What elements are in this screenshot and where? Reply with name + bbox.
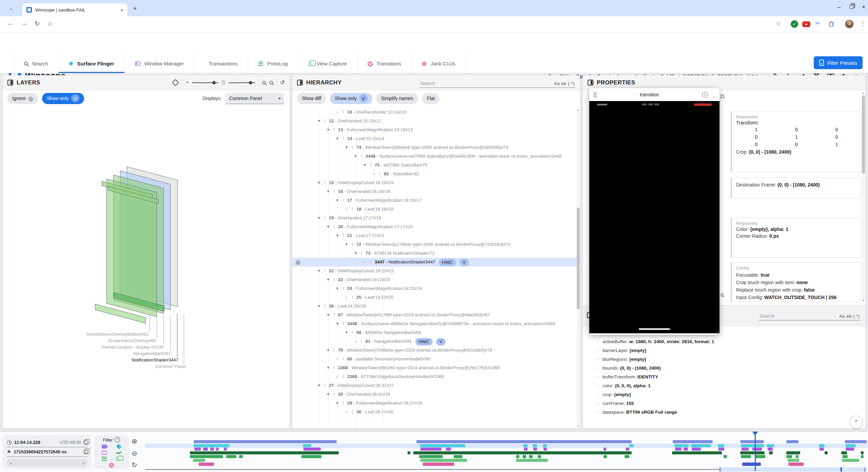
zoom-in-icon[interactable] bbox=[262, 81, 265, 84]
copy-icon[interactable] bbox=[84, 450, 87, 454]
next-frame-button[interactable]: › bbox=[83, 460, 84, 466]
tree-node[interactable]: ▼⊺15 - HideDisplayCutout:16:16#15 bbox=[292, 178, 577, 187]
pin-icon[interactable]: ⊺ bbox=[350, 205, 355, 214]
scissors-extension-icon[interactable]: ✂ bbox=[815, 20, 820, 27]
back-button[interactable]: ← bbox=[7, 20, 14, 27]
timeline-segment-protolog[interactable] bbox=[741, 455, 751, 458]
transactions-trace-icon[interactable] bbox=[116, 451, 121, 455]
timeline-segment-wm-trace[interactable] bbox=[673, 440, 712, 443]
expand-arrow-icon[interactable]: ▼ bbox=[316, 381, 322, 390]
spacing-slider[interactable] bbox=[229, 82, 255, 83]
3d-view-icon[interactable] bbox=[172, 79, 179, 86]
tree-node[interactable]: ▼⊺22 - HideDisplayCutout:18:23#22 bbox=[292, 267, 577, 275]
timeline-segment-transitions[interactable] bbox=[423, 463, 455, 466]
resize-handle[interactable] bbox=[715, 330, 719, 334]
pin-icon[interactable]: ⊺ bbox=[331, 390, 337, 399]
pin-icon[interactable]: ⊺ bbox=[368, 258, 373, 267]
tree-node[interactable]: ▼⊺3449 - Surface(name=885b63e Navigation… bbox=[292, 319, 577, 328]
extension-red-icon[interactable]: ▸▸ bbox=[802, 21, 810, 27]
timeline-segment-protolog[interactable] bbox=[843, 455, 848, 458]
window-minimize-button[interactable]: – bbox=[835, 4, 844, 10]
timeline-segment-protolog[interactable] bbox=[861, 455, 864, 458]
timeline-segment-protolog[interactable] bbox=[454, 455, 462, 458]
tree-node[interactable]: ▼⊺17 - FullscreenMagnification:16:16#17 bbox=[292, 196, 577, 205]
timeline-segment-window-manager[interactable] bbox=[846, 448, 854, 451]
timeline-range-selector[interactable] bbox=[145, 467, 867, 472]
timeline-segment-window-manager[interactable] bbox=[446, 448, 451, 451]
reload-button[interactable]: ↻ bbox=[35, 20, 40, 27]
tree-node[interactable]: ▼⊺16 - OneHanded:16:16#16 bbox=[292, 187, 577, 196]
pin-icon[interactable]: ⊺ bbox=[340, 284, 346, 293]
expand-arrow-icon[interactable]: ▼ bbox=[334, 134, 340, 143]
timeline-segment-protolog[interactable] bbox=[419, 455, 443, 458]
timeline-segment-view-capture[interactable] bbox=[193, 459, 205, 462]
tree-node[interactable]: ▼⊺3368 - WindowToken{f6b2f60 type=2024 a… bbox=[292, 363, 577, 372]
leaf-dot-icon[interactable]: ● bbox=[343, 205, 350, 214]
property-item[interactable]: bufferTransform: IDENTITY bbox=[588, 373, 861, 381]
timeline-segment-window-manager[interactable] bbox=[742, 448, 749, 451]
timeline-segment-window-manager[interactable] bbox=[718, 448, 724, 451]
timeline-segment-transactions[interactable] bbox=[740, 451, 765, 454]
filter-presets-button[interactable]: Filter Presets bbox=[814, 56, 863, 69]
timeline-segment-transactions[interactable] bbox=[769, 451, 773, 454]
timeline-zoom-in-icon[interactable]: ⊕ bbox=[132, 437, 137, 445]
frame-step-control[interactable]: ‹ › bbox=[7, 459, 87, 467]
view-capture-trace-icon[interactable] bbox=[116, 457, 121, 461]
pin-icon[interactable]: ⊺ bbox=[368, 161, 373, 170]
pin-icon[interactable]: ⊺ bbox=[340, 355, 346, 363]
ignore-chip[interactable]: Ignore ◎ bbox=[7, 93, 38, 104]
timeline-segment-transitions[interactable] bbox=[742, 463, 761, 466]
bookmark-star-icon[interactable]: ☆ bbox=[776, 20, 781, 27]
home-button[interactable]: ⌂ bbox=[48, 20, 52, 27]
tree-node[interactable]: ●⊺18 - Leaf:16:16#18 bbox=[292, 205, 577, 214]
timeline-segment-surface-flinger[interactable] bbox=[194, 444, 230, 447]
timeline-segment-window-manager[interactable] bbox=[533, 448, 537, 451]
expand-arrow-icon[interactable]: ▼ bbox=[343, 143, 350, 152]
timeline-segment-transactions[interactable] bbox=[861, 451, 864, 454]
tree-node[interactable]: ▼⊺27 - HideDisplayCutout:26:31#27 bbox=[292, 381, 577, 390]
timeline-segment-protolog[interactable] bbox=[796, 455, 799, 458]
tree-node[interactable]: ▼⊺24 - FullscreenMagnification:18:23#24 bbox=[292, 284, 577, 293]
expand-arrow-icon[interactable]: ▼ bbox=[325, 125, 331, 134]
profile-avatar[interactable] bbox=[845, 20, 854, 28]
pin-icon[interactable]: ⊺ bbox=[331, 311, 337, 319]
leaf-dot-icon[interactable]: ● bbox=[334, 372, 340, 381]
expand-arrow-icon[interactable]: ▼ bbox=[334, 196, 340, 205]
collapse-timeline-button[interactable]: ⌃ bbox=[850, 416, 863, 429]
pin-icon[interactable]: ⊺ bbox=[331, 187, 337, 196]
expand-arrow-icon[interactable]: ▼ bbox=[316, 302, 322, 311]
tree-node[interactable]: ●⊺10 - ImePlaceholder:13:14#10 bbox=[292, 108, 577, 117]
spacing-icon[interactable]: ⁞⁞ bbox=[222, 79, 225, 86]
property-item[interactable]: blurRegions: [empty] bbox=[588, 355, 861, 364]
tab-search[interactable]: Search bbox=[14, 54, 59, 73]
tree-node[interactable]: ▼⊺20 - FullscreenMagnification:17:17#20 bbox=[292, 222, 577, 231]
timeline-segment-transactions[interactable] bbox=[786, 451, 800, 454]
flat-chip[interactable]: Flat bbox=[422, 93, 439, 104]
pin-icon[interactable]: ⊺ bbox=[350, 293, 355, 302]
expand-arrow-icon[interactable]: ▼ bbox=[316, 117, 322, 125]
timeline-segment-protolog[interactable] bbox=[604, 455, 607, 458]
forward-button[interactable]: → bbox=[21, 20, 27, 27]
browser-tab[interactable]: Winscope | sandbox-FAIL × bbox=[22, 3, 127, 16]
expand-arrow-icon[interactable]: ▼ bbox=[316, 267, 322, 275]
timeline-segment-surface-flinger[interactable] bbox=[523, 444, 528, 447]
leaf-dot-icon[interactable]: ● bbox=[334, 108, 340, 117]
ns-time-field[interactable]: ⚑ 1715339054227572545 ns bbox=[7, 447, 87, 457]
timeline-segment-protolog[interactable] bbox=[755, 455, 765, 458]
timeline-segment-transitions[interactable] bbox=[788, 463, 804, 466]
timeline-segment-transactions[interactable] bbox=[408, 451, 411, 454]
zoom-out-icon[interactable] bbox=[269, 81, 273, 84]
timeline-segment-protolog[interactable] bbox=[625, 455, 630, 458]
pin-icon[interactable]: ⊺ bbox=[331, 346, 337, 355]
timeline-segment-surface-flinger[interactable] bbox=[819, 444, 825, 447]
tab-view-capture[interactable]: View Capture bbox=[298, 54, 358, 73]
timeline-segment-surface-flinger[interactable] bbox=[420, 444, 465, 447]
pin-icon[interactable]: ⊺ bbox=[322, 302, 328, 311]
property-item[interactable]: bounds: (0, 0) - (1080, 2400) bbox=[588, 364, 861, 373]
tree-node[interactable]: ▼⊺21 - Leaf:17:17#21 bbox=[292, 231, 577, 240]
timeline-segment-surface-flinger[interactable] bbox=[691, 444, 711, 447]
timeline-segment-surface-flinger[interactable] bbox=[718, 444, 724, 447]
expand-arrow-icon[interactable]: ▼ bbox=[325, 363, 331, 372]
timeline-reset-zoom-icon[interactable]: ↻ bbox=[132, 461, 137, 469]
pin-icon[interactable]: ⊺ bbox=[350, 240, 355, 249]
